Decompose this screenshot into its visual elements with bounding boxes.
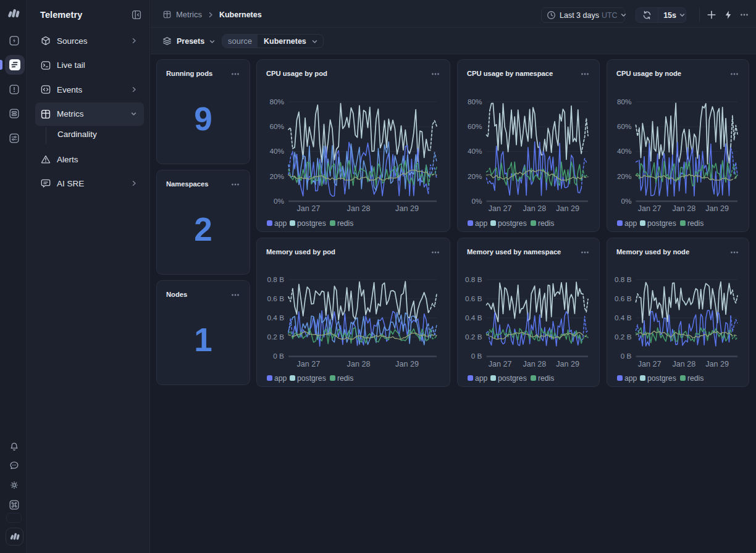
svg-text:80%: 80%	[269, 98, 284, 106]
svg-text:80%: 80%	[617, 98, 632, 106]
svg-text:Jan 27: Jan 27	[489, 360, 512, 368]
svg-text:40%: 40%	[617, 147, 632, 156]
svg-text:0%: 0%	[471, 197, 482, 206]
svg-text:Jan 28: Jan 28	[347, 360, 371, 368]
svg-text:Jan 27: Jan 27	[296, 204, 320, 213]
svg-text:40%: 40%	[269, 147, 284, 156]
svg-text:0.2 B: 0.2 B	[465, 333, 482, 341]
svg-text:0.2 B: 0.2 B	[267, 333, 284, 341]
svg-text:0.6 B: 0.6 B	[465, 294, 482, 303]
svg-text:Jan 28: Jan 28	[672, 360, 695, 368]
svg-text:Jan 29: Jan 29	[556, 204, 579, 213]
svg-text:Jan 27: Jan 27	[638, 204, 662, 213]
svg-text:postgres: postgres	[297, 374, 326, 383]
svg-text:Jan 28: Jan 28	[523, 204, 546, 213]
svg-text:Jan 27: Jan 27	[296, 360, 320, 368]
svg-text:20%: 20%	[617, 172, 632, 181]
svg-text:Jan 27: Jan 27	[638, 360, 662, 368]
svg-text:0.8 B: 0.8 B	[465, 275, 482, 284]
svg-text:app: app	[624, 219, 637, 228]
svg-text:60%: 60%	[269, 122, 284, 131]
svg-text:postgres: postgres	[498, 374, 527, 383]
svg-text:80%: 80%	[468, 98, 482, 106]
svg-text:20%: 20%	[269, 172, 284, 181]
svg-text:Jan 29: Jan 29	[395, 360, 419, 368]
svg-text:0.8 B: 0.8 B	[267, 275, 284, 284]
svg-text:Jan 28: Jan 28	[672, 204, 695, 213]
svg-text:app: app	[274, 374, 287, 383]
svg-text:0%: 0%	[274, 197, 285, 206]
svg-text:Jan 27: Jan 27	[489, 204, 512, 213]
svg-text:20%: 20%	[468, 172, 482, 181]
svg-text:postgres: postgres	[647, 374, 676, 383]
svg-text:app: app	[475, 219, 488, 228]
svg-text:redis: redis	[337, 374, 353, 383]
svg-text:0 B: 0 B	[621, 352, 632, 360]
svg-text:0.4 B: 0.4 B	[465, 314, 482, 322]
svg-text:Jan 29: Jan 29	[705, 204, 729, 213]
svg-text:60%: 60%	[468, 122, 482, 131]
svg-text:app: app	[624, 374, 637, 383]
svg-text:0 B: 0 B	[273, 352, 284, 360]
svg-text:0%: 0%	[621, 197, 632, 206]
svg-text:redis: redis	[538, 374, 554, 383]
svg-text:Jan 29: Jan 29	[556, 360, 579, 368]
svg-text:0.6 B: 0.6 B	[615, 294, 632, 303]
svg-text:app: app	[475, 374, 488, 383]
svg-text:redis: redis	[538, 219, 554, 228]
svg-text:postgres: postgres	[297, 219, 326, 228]
svg-text:0.8 B: 0.8 B	[615, 275, 632, 284]
svg-text:redis: redis	[687, 219, 704, 228]
svg-text:Jan 28: Jan 28	[347, 204, 371, 213]
svg-text:0 B: 0 B	[471, 352, 482, 360]
svg-text:0.4 B: 0.4 B	[615, 314, 632, 322]
svg-text:Jan 28: Jan 28	[523, 360, 546, 368]
svg-text:0.6 B: 0.6 B	[267, 294, 284, 303]
svg-text:app: app	[274, 219, 287, 228]
svg-text:0.4 B: 0.4 B	[267, 314, 284, 322]
svg-text:Jan 29: Jan 29	[705, 360, 729, 368]
svg-text:40%: 40%	[468, 147, 482, 156]
svg-text:postgres: postgres	[647, 219, 676, 228]
svg-text:60%: 60%	[617, 122, 632, 131]
svg-text:redis: redis	[337, 219, 353, 228]
svg-text:Jan 29: Jan 29	[395, 204, 419, 213]
svg-text:postgres: postgres	[498, 219, 527, 228]
svg-text:redis: redis	[687, 374, 704, 383]
svg-text:0.2 B: 0.2 B	[615, 333, 632, 341]
